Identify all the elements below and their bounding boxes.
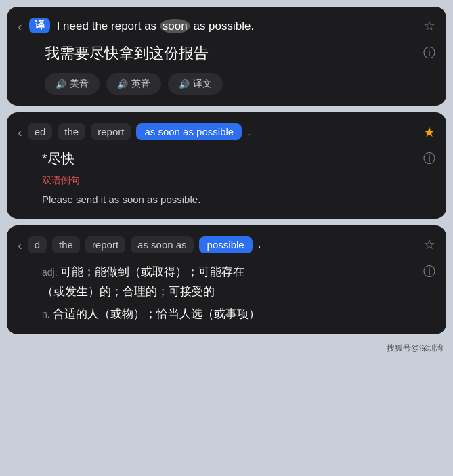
adj-label: adj. (42, 267, 58, 278)
speaker-icon-american: 🔊 (56, 79, 66, 89)
back-button-2[interactable]: ‹ (18, 123, 22, 140)
back-button[interactable]: ‹ (18, 18, 22, 35)
bilingual-label: 双语例句 (42, 175, 435, 187)
translation-card: ‹ 译 I need the report as soon as possibl… (7, 7, 446, 106)
card1-header: ‹ 译 I need the report as soon as possibl… (18, 18, 435, 35)
info-icon-2[interactable]: ⓘ (423, 150, 435, 167)
example-sentence: Please send it as soon as possible. (42, 192, 435, 208)
speaker-icon-translation: 🔊 (179, 79, 190, 89)
audio-buttons-group: 🔊 美音 🔊 英音 🔊 译文 (45, 73, 435, 95)
speaker-icon-british: 🔊 (117, 79, 128, 89)
n-text: 合适的人（或物）；恰当人选（或事项） (53, 307, 260, 320)
english-text-after: as possible. (190, 20, 255, 33)
adj-text-2: （或发生）的；合理的；可接受的 (42, 285, 215, 298)
english-highlight-word: soon (160, 19, 190, 33)
phrase-card: ‹ ed the report as soon as possible . ★ … (7, 112, 446, 219)
meaning-text: *尽快 (42, 150, 435, 168)
word-chip-the: the (58, 123, 85, 140)
word-chip-d: d (28, 236, 47, 253)
back-button-3[interactable]: ‹ (18, 236, 22, 253)
audio-btn-american[interactable]: 🔊 美音 (45, 73, 100, 95)
info-icon-3[interactable]: ⓘ (423, 263, 435, 280)
period-3: . (258, 238, 261, 251)
adj-text-1: 可能；能做到（或取得）；可能存在 (60, 265, 244, 278)
info-icon[interactable]: ⓘ (423, 45, 435, 61)
adj-definition: adj. 可能；能做到（或取得）；可能存在 （或发生）的；合理的；可接受的 (42, 263, 435, 302)
n-label: n. (42, 309, 50, 320)
word-chip-report-3: report (85, 236, 125, 253)
audio-label-british: 英音 (131, 78, 150, 90)
word-chip-as-soon-as-possible: as soon as possible (136, 123, 242, 140)
audio-btn-translation[interactable]: 🔊 译文 (168, 73, 223, 95)
watermark: 搜狐号@深圳湾 (7, 343, 446, 354)
n-definition: n. 合适的人（或物）；恰当人选（或事项） (42, 305, 435, 324)
star-button-3[interactable]: ☆ (423, 236, 435, 253)
english-text: I need the report as soon as possible. (57, 18, 416, 35)
word-chip-ed: ed (28, 123, 53, 140)
star-button[interactable]: ☆ (423, 18, 435, 34)
audio-label-translation: 译文 (193, 78, 212, 90)
star-button-2[interactable]: ★ (423, 124, 435, 140)
word-chip-report: report (91, 123, 131, 140)
word-chip-the-3: the (52, 236, 80, 253)
english-text-before: I need the report as (57, 20, 160, 33)
chinese-translation: 我需要尽快拿到这份报告 (45, 43, 435, 64)
audio-btn-british[interactable]: 🔊 英音 (106, 73, 161, 95)
word-chip-as-soon-as: as soon as (131, 236, 194, 253)
word-card: ‹ d the report as soon as possible . ☆ a… (7, 225, 446, 335)
audio-label-american: 美音 (70, 78, 89, 90)
word-chip-possible: possible (199, 236, 253, 253)
period: . (247, 125, 251, 139)
translate-badge: 译 (29, 18, 50, 33)
